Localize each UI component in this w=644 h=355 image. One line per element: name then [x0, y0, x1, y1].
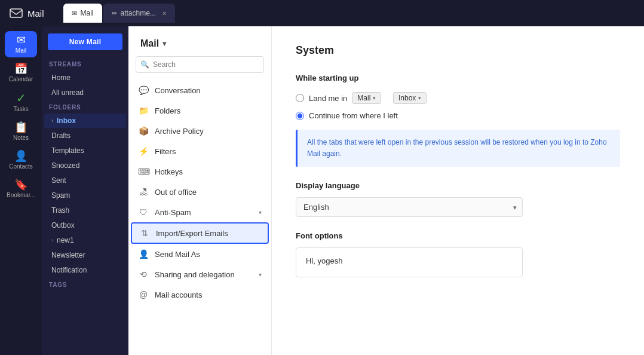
tab-mail[interactable]: ✉ Mail: [63, 4, 102, 23]
tab-attachments-label: attachme...: [121, 9, 156, 17]
mail-accounts-label: Mail accounts: [155, 290, 202, 299]
language-select-wrap: English French Spanish German Japanese ▾: [296, 197, 523, 217]
streams-section-label: STREAMS: [42, 57, 128, 70]
info-box-text: All the tabs that were left open in the …: [307, 138, 607, 158]
sidebar-notes-label: Notes: [13, 134, 29, 141]
sidebar-icon-tasks[interactable]: ✓ Tasks: [5, 88, 37, 116]
inbox-dropdown[interactable]: Inbox ▾: [393, 92, 427, 104]
import-export-label: Import/Export Emails: [156, 229, 228, 238]
settings-title-text: Mail: [140, 38, 159, 49]
topbar: Mail ✉ Mail ✏ attachme... ✕: [0, 0, 644, 26]
tab-attachments[interactable]: ✏ attachme... ✕: [103, 4, 175, 23]
sidebar-icon-mail[interactable]: ✉ Mail: [5, 31, 37, 57]
menu-item-conversation[interactable]: 💬 Conversation: [128, 80, 271, 100]
menu-item-sharing[interactable]: ⟲ Sharing and delegation ▾: [128, 264, 271, 284]
folders-section-label: FOLDERS: [42, 100, 128, 113]
anti-spam-label: Anti-Spam: [155, 208, 191, 217]
folder-item-snoozed[interactable]: Snoozed: [44, 158, 126, 173]
mail-accounts-icon: @: [138, 290, 149, 299]
folder-item-inbox[interactable]: › Inbox: [44, 114, 126, 128]
main-content: System While starting up Land me in Mail…: [272, 26, 644, 355]
continue-from-radio[interactable]: [296, 112, 304, 120]
menu-item-hotkeys[interactable]: ⌨ Hotkeys: [128, 161, 271, 182]
continue-from-row: Continue from where I left: [296, 111, 620, 120]
send-mail-icon: 👤: [138, 249, 149, 259]
drafts-label: Drafts: [51, 131, 70, 140]
folder-item-allunread[interactable]: All unread: [44, 85, 126, 100]
folder-item-spam[interactable]: Spam: [44, 188, 126, 203]
hotkeys-icon: ⌨: [138, 167, 149, 176]
app-title: Mail: [27, 8, 44, 19]
allunread-label: All unread: [51, 88, 84, 97]
language-select[interactable]: English French Spanish German Japanese: [296, 197, 523, 217]
inbox-chevron: ›: [51, 118, 53, 124]
sidebar-tasks-label: Tasks: [13, 106, 29, 112]
new1-chevron: ›: [51, 237, 53, 243]
out-of-office-icon: 🏖: [138, 187, 149, 197]
folder-item-templates[interactable]: Templates: [44, 143, 126, 158]
settings-title: Mail ▾: [128, 26, 271, 56]
sharing-caret: ▾: [259, 271, 262, 278]
folder-item-drafts[interactable]: Drafts: [44, 128, 126, 143]
menu-item-archive-policy[interactable]: 📦 Archive Policy: [128, 121, 271, 141]
new1-label: new1: [57, 236, 74, 244]
tab-close-button[interactable]: ✕: [162, 10, 167, 17]
sidebar-icon-calendar[interactable]: 📅 Calendar: [5, 60, 37, 86]
font-options-label: Font options: [296, 231, 620, 240]
svg-rect-0: [10, 9, 22, 17]
continue-from-label: Continue from where I left: [309, 111, 398, 120]
folder-item-newsletter[interactable]: Newsletter: [44, 248, 126, 262]
folder-item-sent[interactable]: Sent: [44, 173, 126, 188]
menu-item-filters[interactable]: ⚡ Filters: [128, 141, 271, 161]
menu-item-import-export[interactable]: ⇅ Import/Export Emails: [131, 222, 269, 244]
sharing-icon: ⟲: [138, 270, 149, 279]
new-mail-button[interactable]: New Mail: [48, 33, 122, 50]
sidebar-icon-notes[interactable]: 📋 Notes: [5, 118, 37, 145]
sidebar-icon-contacts[interactable]: 👤 Contacts: [5, 147, 37, 173]
folders-icon: 📁: [138, 106, 149, 115]
font-preview-box: Hi, yogesh: [296, 247, 523, 277]
folder-item-trash[interactable]: Trash: [44, 203, 126, 218]
sidebar-mail-label: Mail: [16, 47, 26, 54]
filters-icon: ⚡: [138, 146, 149, 156]
land-me-in-label: Land me in: [309, 94, 347, 103]
settings-title-caret: ▾: [162, 39, 166, 48]
main-layout: ✉ Mail 📅 Calendar ✓ Tasks 📋 Notes 👤 Cont…: [0, 26, 644, 355]
font-preview-text: Hi, yogesh: [306, 256, 342, 265]
land-me-in-row: Land me in Mail ▾ Inbox ▾: [296, 92, 620, 104]
folders-label: Folders: [155, 106, 180, 115]
attachments-tab-icon: ✏: [112, 10, 117, 17]
templates-label: Templates: [51, 146, 84, 155]
bookmarks-icon: 🔖: [14, 179, 27, 190]
sidebar-icon-bookmarks[interactable]: 🔖 Bookmar...: [5, 176, 37, 202]
tags-section-label: TAGS: [42, 278, 128, 290]
conversation-icon: 💬: [138, 85, 149, 95]
contacts-icon: 👤: [14, 151, 27, 161]
inbox-dropdown-caret: ▾: [418, 95, 421, 101]
spam-label: Spam: [51, 191, 70, 200]
search-input[interactable]: [136, 56, 264, 73]
menu-item-out-of-office[interactable]: 🏖 Out of office: [128, 182, 271, 202]
settings-menu: 💬 Conversation 📁 Folders 📦 Archive Polic…: [128, 80, 271, 305]
menu-item-mail-accounts[interactable]: @ Mail accounts: [128, 284, 271, 305]
menu-item-anti-spam[interactable]: 🛡 Anti-Spam ▾: [128, 202, 271, 222]
folder-item-new1[interactable]: › new1: [44, 233, 126, 247]
menu-item-folders[interactable]: 📁 Folders: [128, 100, 271, 121]
mid-sidebar: New Mail STREAMS Home All unread FOLDERS…: [42, 26, 128, 355]
trash-label: Trash: [51, 206, 69, 215]
folder-item-notification[interactable]: Notification: [44, 263, 126, 277]
language-section: Display language English French Spanish …: [296, 181, 620, 217]
inbox-dropdown-label: Inbox: [398, 94, 416, 102]
out-of-office-label: Out of office: [155, 188, 197, 197]
calendar-icon: 📅: [14, 63, 27, 74]
folder-item-home[interactable]: Home: [44, 71, 126, 85]
newsletter-label: Newsletter: [51, 251, 85, 259]
send-mail-label: Send Mail As: [155, 250, 200, 259]
snoozed-label: Snoozed: [51, 161, 79, 170]
mail-dropdown[interactable]: Mail ▾: [352, 92, 381, 104]
mail-tab-icon: ✉: [72, 10, 77, 17]
notification-label: Notification: [51, 266, 87, 274]
folder-item-outbox[interactable]: Outbox: [44, 218, 126, 232]
menu-item-send-mail-as[interactable]: 👤 Send Mail As: [128, 244, 271, 264]
land-me-in-radio[interactable]: [296, 94, 304, 102]
